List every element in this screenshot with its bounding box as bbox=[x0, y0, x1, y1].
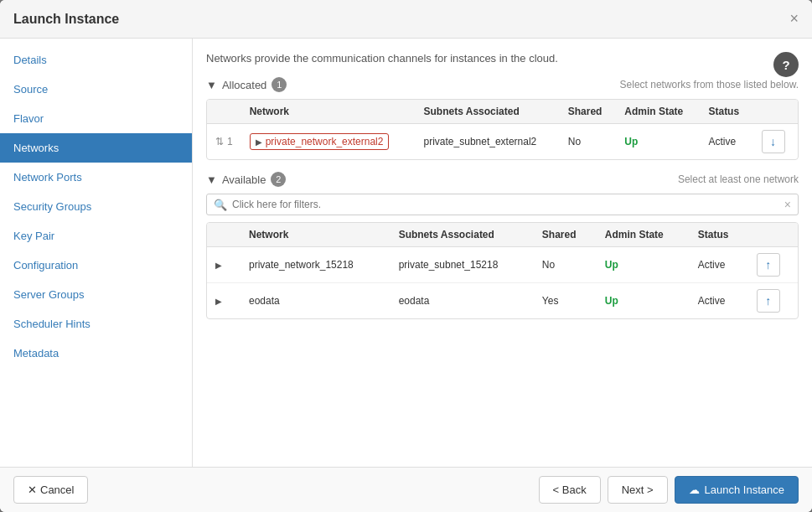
allocated-label: Allocated bbox=[222, 79, 266, 91]
row-status-available: Active bbox=[690, 247, 748, 283]
allocated-table-row: ⇅1 ▶ private_network_external2 private_s… bbox=[207, 124, 798, 160]
launch-icon: ☁ bbox=[689, 484, 700, 496]
available-table-wrap: Network Subnets Associated Shared Admin … bbox=[206, 222, 799, 319]
cancel-icon: ✕ bbox=[28, 484, 37, 496]
allocated-chevron: ▼ bbox=[206, 79, 217, 91]
col-subnets-header-available: Subnets Associated bbox=[390, 223, 534, 247]
sidebar-item-networks[interactable]: Networks bbox=[0, 133, 192, 163]
sidebar-item-configuration[interactable]: Configuration bbox=[0, 251, 192, 280]
row-status-allocated: Active bbox=[700, 124, 753, 160]
move-down-button[interactable]: ↓ bbox=[762, 130, 785, 153]
modal-body: DetailsSourceFlavorNetworksNetwork Ports… bbox=[0, 39, 812, 467]
row-action-available: ↑ bbox=[748, 247, 798, 283]
available-hint: Select at least one network bbox=[286, 173, 799, 185]
footer-right: < Back Next > ☁ Launch Instance bbox=[539, 476, 799, 504]
sidebar-item-security-groups[interactable]: Security Groups bbox=[0, 192, 192, 221]
sidebar-item-network-ports[interactable]: Network Ports bbox=[0, 163, 192, 192]
col-shared-header-available: Shared bbox=[534, 223, 597, 247]
col-status-header-allocated: Status bbox=[700, 100, 753, 124]
sidebar-item-source[interactable]: Source bbox=[0, 75, 192, 104]
available-table-row: ▶ private_network_15218 private_subnet_1… bbox=[207, 247, 798, 283]
row-expand: ▶ bbox=[207, 247, 240, 283]
col-network-header-allocated: Network bbox=[241, 100, 416, 124]
launch-button[interactable]: ☁ Launch Instance bbox=[675, 476, 799, 504]
col-admin-header-available: Admin State bbox=[597, 223, 690, 247]
cancel-label: Cancel bbox=[40, 484, 74, 496]
row-num: ⇅1 bbox=[207, 124, 241, 160]
available-table: Network Subnets Associated Shared Admin … bbox=[207, 223, 798, 318]
col-action-header-allocated bbox=[753, 100, 798, 124]
row-expand: ▶ bbox=[207, 283, 240, 319]
allocated-badge: 1 bbox=[272, 77, 287, 92]
row-network-available: private_network_15218 bbox=[240, 247, 390, 283]
row-status-available: Active bbox=[690, 283, 748, 319]
available-section-header: ▼ Available 2 Select at least one networ… bbox=[206, 172, 799, 187]
search-icon: 🔍 bbox=[214, 199, 227, 211]
search-clear-button[interactable]: × bbox=[784, 198, 791, 211]
move-up-button[interactable]: ↑ bbox=[757, 253, 780, 277]
modal-header: Launch Instance × bbox=[0, 0, 812, 39]
sidebar-item-scheduler-hints[interactable]: Scheduler Hints bbox=[0, 309, 192, 339]
available-label: Available bbox=[222, 173, 266, 186]
row-admin-available: Up bbox=[597, 247, 690, 283]
move-up-button[interactable]: ↑ bbox=[757, 289, 780, 313]
col-subnets-header-allocated: Subnets Associated bbox=[416, 100, 560, 124]
allocated-table: Network Subnets Associated Shared Admin … bbox=[207, 100, 798, 159]
help-button[interactable]: ? bbox=[773, 52, 799, 77]
sidebar-item-key-pair[interactable]: Key Pair bbox=[0, 221, 192, 251]
next-button[interactable]: Next > bbox=[608, 476, 668, 504]
row-subnets-allocated: private_subnet_external2 bbox=[416, 124, 560, 160]
available-badge: 2 bbox=[271, 172, 286, 187]
row-shared-allocated: No bbox=[560, 124, 617, 160]
col-shared-header-allocated: Shared bbox=[560, 100, 617, 124]
launch-instance-modal: Launch Instance × DetailsSourceFlavorNet… bbox=[0, 0, 812, 512]
col-expand-header bbox=[207, 223, 240, 247]
description-text: Networks provide the communication chann… bbox=[206, 52, 558, 65]
row-subnets-available: private_subnet_15218 bbox=[390, 247, 534, 283]
content-top: Networks provide the communication chann… bbox=[206, 52, 799, 77]
allocated-section-header: ▼ Allocated 1 Select networks from those… bbox=[206, 77, 799, 92]
allocated-toggle[interactable]: ▼ Allocated 1 bbox=[206, 77, 287, 92]
available-table-row: ▶ eodata eodata Yes Up Active ↑ bbox=[207, 283, 798, 319]
close-button[interactable]: × bbox=[789, 10, 799, 28]
back-button[interactable]: < Back bbox=[539, 476, 601, 504]
col-admin-header-allocated: Admin State bbox=[616, 100, 700, 124]
col-status-header-available: Status bbox=[690, 223, 748, 247]
cancel-button[interactable]: ✕ Cancel bbox=[13, 476, 88, 504]
available-search-wrap: 🔍 × bbox=[206, 194, 799, 215]
allocated-hint: Select networks from those listed below. bbox=[287, 79, 799, 91]
launch-label: Launch Instance bbox=[705, 484, 784, 496]
allocated-table-header: Network Subnets Associated Shared Admin … bbox=[207, 100, 798, 124]
sidebar-item-server-groups[interactable]: Server Groups bbox=[0, 280, 192, 309]
row-network-allocated: ▶ private_network_external2 bbox=[241, 124, 416, 160]
row-network-available: eodata bbox=[240, 283, 390, 319]
search-input[interactable] bbox=[232, 199, 784, 210]
col-num-header bbox=[207, 100, 241, 124]
available-toggle[interactable]: ▼ Available 2 bbox=[206, 172, 286, 187]
row-action-allocated: ↓ bbox=[753, 124, 798, 160]
allocated-table-wrap: Network Subnets Associated Shared Admin … bbox=[206, 99, 799, 160]
row-admin-available: Up bbox=[597, 283, 690, 319]
row-shared-available: No bbox=[534, 247, 597, 283]
available-chevron: ▼ bbox=[206, 173, 217, 186]
sidebar: DetailsSourceFlavorNetworksNetwork Ports… bbox=[0, 39, 193, 467]
col-network-header-available: Network bbox=[240, 223, 390, 247]
available-table-header: Network Subnets Associated Shared Admin … bbox=[207, 223, 798, 247]
row-admin-allocated: Up bbox=[616, 124, 700, 160]
row-shared-available: Yes bbox=[534, 283, 597, 319]
modal-title: Launch Instance bbox=[13, 12, 119, 27]
sidebar-item-flavor[interactable]: Flavor bbox=[0, 104, 192, 133]
sidebar-item-metadata[interactable]: Metadata bbox=[0, 339, 192, 368]
modal-footer: ✕ Cancel < Back Next > ☁ Launch Instance bbox=[0, 467, 812, 512]
footer-left: ✕ Cancel bbox=[13, 476, 88, 504]
col-action-header-available bbox=[748, 223, 798, 247]
row-action-available: ↑ bbox=[748, 283, 798, 319]
row-subnets-available: eodata bbox=[390, 283, 534, 319]
sidebar-item-details[interactable]: Details bbox=[0, 45, 192, 75]
main-content: Networks provide the communication chann… bbox=[193, 39, 812, 467]
